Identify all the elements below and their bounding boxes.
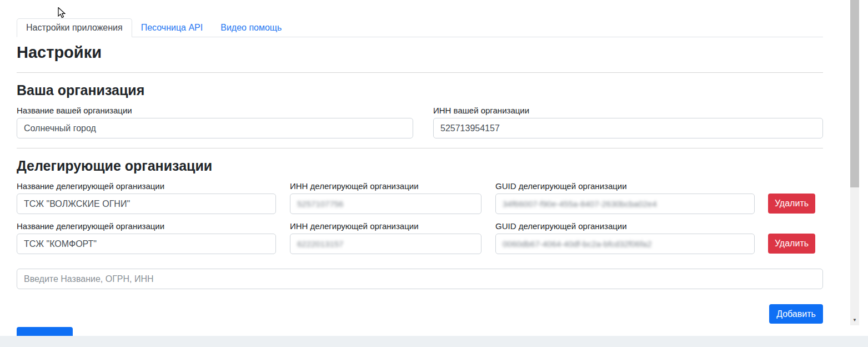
delegating-name-label: Название делегирующей организации xyxy=(17,181,276,191)
delegating-name-input[interactable] xyxy=(17,234,276,254)
delegating-guid-input[interactable]: 0060db67-4064-40df-bc2a-bfcd32f06fa2 xyxy=(495,234,755,254)
delegating-name-field: Название делегирующей организации xyxy=(17,174,276,214)
your-org-name-label: Название вашей организации xyxy=(17,106,413,115)
blurred-inn-value: 6222013157 xyxy=(297,239,343,249)
divider xyxy=(17,72,823,73)
divider xyxy=(17,148,823,148)
vertical-scrollbar[interactable]: ▼ xyxy=(850,0,859,325)
blurred-guid-value: 34f66007-f90e-455a-8407-2630bcba02e4 xyxy=(503,199,657,209)
delegating-guid-input[interactable]: 34f66007-f90e-455a-8407-2630bcba02e4 xyxy=(495,194,755,214)
add-button[interactable]: Добавить xyxy=(769,304,823,324)
delegating-actions: Удалить xyxy=(768,174,815,214)
delegating-name-input[interactable] xyxy=(17,194,276,214)
delegating-inn-input[interactable]: 5257107756 xyxy=(290,194,481,214)
your-org-inn-label: ИНН вашей организации xyxy=(433,106,823,115)
your-org-row: Название вашей организации ИНН вашей орг… xyxy=(17,98,823,138)
your-org-inn-field: ИНН вашей организации xyxy=(433,98,823,138)
org-search-wrap xyxy=(17,269,823,289)
blurred-guid-value: 0060db67-4064-40df-bc2a-bfcd32f06fa2 xyxy=(503,239,652,249)
delegating-name-label: Название делегирующей организации xyxy=(17,221,276,231)
delegating-inn-field: ИНН делегирующей организации 6222013157 xyxy=(290,214,481,254)
org-search-input[interactable] xyxy=(17,269,823,289)
add-row: Добавить xyxy=(17,304,823,324)
your-org-name-field: Название вашей организации xyxy=(17,98,413,138)
tab-bar: Настройки приложения Песочница API Видео… xyxy=(17,18,823,37)
delegating-row: Название делегирующей организации ИНН де… xyxy=(17,214,823,254)
delegating-inn-input[interactable]: 6222013157 xyxy=(290,234,481,254)
delegating-inn-field: ИНН делегирующей организации 5257107756 xyxy=(290,174,481,214)
delegating-inn-label: ИНН делегирующей организации xyxy=(290,221,481,231)
blurred-inn-value: 5257107756 xyxy=(297,199,343,209)
scrollbar-down-icon[interactable]: ▼ xyxy=(850,317,859,324)
delegating-row: Название делегирующей организации ИНН де… xyxy=(17,174,823,214)
delegating-guid-label: GUID делегирующей организации xyxy=(495,181,755,191)
save-button-partial[interactable] xyxy=(17,327,73,336)
delegating-guid-field: GUID делегирующей организации 34f66007-f… xyxy=(495,174,755,214)
tab-app-settings[interactable]: Настройки приложения xyxy=(17,18,132,37)
your-org-heading: Ваша организация xyxy=(17,82,823,98)
delegating-name-field: Название делегирующей организации xyxy=(17,214,276,254)
tab-api-sandbox[interactable]: Песочница API xyxy=(132,19,212,37)
footer-bar xyxy=(0,336,868,347)
app-window: Настройки приложения Песочница API Видео… xyxy=(0,0,868,347)
delegating-inn-label: ИНН делегирующей организации xyxy=(290,181,481,191)
delegating-guid-label: GUID делегирующей организации xyxy=(495,221,755,231)
settings-page: Настройки приложения Песочница API Видео… xyxy=(17,0,823,336)
delete-button[interactable]: Удалить xyxy=(768,234,815,254)
page-title: Настройки xyxy=(17,43,823,62)
delegating-heading: Делегирующие организации xyxy=(17,158,823,174)
delegating-actions: Удалить xyxy=(768,214,815,254)
scrollbar-thumb[interactable] xyxy=(850,0,859,187)
your-org-name-input[interactable] xyxy=(17,118,413,138)
tab-video-help[interactable]: Видео помощь xyxy=(212,19,290,37)
delete-button[interactable]: Удалить xyxy=(768,194,815,214)
your-org-inn-input[interactable] xyxy=(433,118,823,138)
delegating-guid-field: GUID делегирующей организации 0060db67-4… xyxy=(495,214,755,254)
